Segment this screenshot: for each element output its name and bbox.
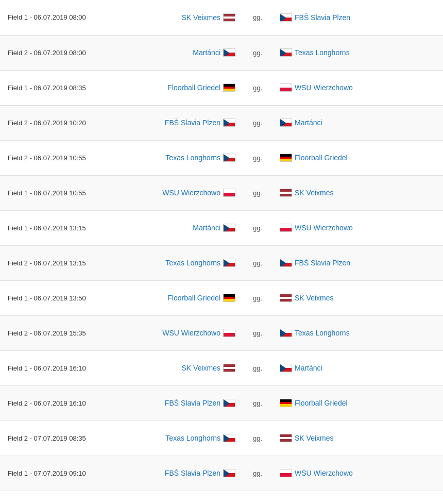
lv-flag-icon bbox=[280, 294, 292, 302]
table-row: Field 2 - 06.07.2019 10:55Texas Longhorn… bbox=[0, 140, 443, 175]
away-team-cell: Texas Longhorns bbox=[273, 315, 443, 350]
home-team-cell: SK Veixmes bbox=[108, 0, 242, 35]
away-team-cell: Martánci bbox=[273, 350, 443, 385]
vs-separator: gg. bbox=[242, 210, 273, 245]
home-team-name: Texas Longhorns bbox=[165, 259, 220, 267]
home-team-cell: Texas Longhorns bbox=[108, 245, 242, 280]
home-team-name: FBŠ Slavia Plzen bbox=[165, 119, 220, 127]
home-team-cell: WSU Wierzchowo bbox=[108, 315, 242, 350]
pl-flag-icon bbox=[223, 189, 235, 197]
vs-separator: gg. bbox=[242, 491, 273, 504]
home-team-cell: Texas Longhorns bbox=[108, 140, 242, 175]
match-field-time: Field 2 - 06.07.2019 10:55 bbox=[0, 140, 108, 175]
cz-flag-icon bbox=[223, 154, 235, 162]
vs-separator: gg. bbox=[242, 350, 273, 385]
cz-flag-icon bbox=[223, 119, 235, 127]
away-team-cell: FBŠ Slavia Plzen bbox=[273, 245, 443, 280]
table-row: Field 1 - 06.07.2019 13:50Floorball Grie… bbox=[0, 280, 443, 315]
de-flag-icon bbox=[280, 154, 292, 162]
de-flag-icon bbox=[280, 399, 292, 407]
away-team-name: WSU Wierzchowo bbox=[295, 469, 353, 477]
match-field-time: Field 2 - 06.07.2019 15:35 bbox=[0, 315, 108, 350]
away-team-cell: SK Veixmes bbox=[273, 421, 443, 456]
table-row: Field 1 - 06.07.2019 16:10SK Veixmesgg.M… bbox=[0, 350, 443, 385]
table-row: Field 2 - 07.07.2019 09:10Floorball Grie… bbox=[0, 491, 443, 504]
away-team-name: Floorball Griedel bbox=[295, 399, 348, 407]
home-team-cell: FBŠ Slavia Plzen bbox=[108, 456, 242, 491]
vs-separator: gg. bbox=[242, 35, 273, 70]
home-team-name: FBŠ Slavia Plzen bbox=[165, 399, 220, 407]
match-field-time: Field 2 - 07.07.2019 09:10 bbox=[0, 491, 108, 504]
table-row: Field 2 - 06.07.2019 13:15Texas Longhorn… bbox=[0, 245, 443, 280]
home-team-name: Texas Longhorns bbox=[165, 154, 220, 162]
home-team-name: WSU Wierzchowo bbox=[162, 329, 220, 337]
home-team-name: SK Veixmes bbox=[182, 13, 220, 22]
away-team-name: SK Veixmes bbox=[295, 294, 333, 302]
home-team-name: SK Veixmes bbox=[182, 364, 220, 372]
away-team-name: FBŠ Slavia Plzen bbox=[295, 259, 350, 267]
away-team-cell: Floorball Griedel bbox=[273, 140, 443, 175]
vs-separator: gg. bbox=[242, 280, 273, 315]
away-team-name: Floorball Griedel bbox=[295, 154, 348, 162]
away-team-cell: SK Veixmes bbox=[273, 175, 443, 210]
cz-flag-icon bbox=[280, 48, 292, 57]
table-row: Field 1 - 06.07.2019 08:35Floorball Grie… bbox=[0, 70, 443, 105]
pl-flag-icon bbox=[280, 224, 292, 232]
table-row: Field 2 - 06.07.2019 16:10FBŠ Slavia Plz… bbox=[0, 385, 443, 421]
away-team-name: SK Veixmes bbox=[295, 434, 333, 442]
away-team-cell: Texas Longhorns bbox=[273, 35, 443, 70]
away-team-cell: WSU Wierzchowo bbox=[273, 456, 443, 491]
pl-flag-icon bbox=[280, 469, 292, 477]
home-team-cell: FBŠ Slavia Plzen bbox=[108, 105, 242, 140]
away-team-name: Texas Longhorns bbox=[295, 329, 350, 337]
cz-flag-icon bbox=[280, 119, 292, 127]
vs-separator: gg. bbox=[242, 70, 273, 105]
table-row: Field 1 - 06.07.2019 08:00SK Veixmesgg.F… bbox=[0, 0, 443, 35]
away-team-name: WSU Wierzchowo bbox=[295, 224, 353, 232]
table-row: Field 2 - 06.07.2019 15:35WSU Wierzchowo… bbox=[0, 315, 443, 350]
vs-separator: gg. bbox=[242, 421, 273, 456]
cz-flag-icon bbox=[223, 469, 235, 477]
away-team-cell: FBŠ Slavia Plzen bbox=[273, 0, 443, 35]
vs-separator: gg. bbox=[242, 245, 273, 280]
cz-flag-icon bbox=[280, 364, 292, 372]
home-team-cell: Floorball Griedel bbox=[108, 280, 242, 315]
table-row: Field 2 - 06.07.2019 10:20FBŠ Slavia Plz… bbox=[0, 105, 443, 140]
away-team-cell: SK Veixmes bbox=[273, 280, 443, 315]
pl-flag-icon bbox=[280, 83, 292, 92]
home-team-cell: Martánci bbox=[108, 35, 242, 70]
lv-flag-icon bbox=[223, 364, 235, 372]
cz-flag-icon bbox=[223, 399, 235, 407]
home-team-cell: Martánci bbox=[108, 210, 242, 245]
table-row: Field 2 - 07.07.2019 08:35Texas Longhorn… bbox=[0, 421, 443, 456]
vs-separator: gg. bbox=[242, 0, 273, 35]
away-team-cell: Martánci bbox=[273, 491, 443, 504]
home-team-cell: Floorball Griedel bbox=[108, 491, 242, 504]
home-team-name: FBŠ Slavia Plzen bbox=[165, 469, 220, 477]
de-flag-icon bbox=[223, 294, 235, 302]
table-row: Field 1 - 07.07.2019 09:10FBŠ Slavia Plz… bbox=[0, 456, 443, 491]
schedule-table: Field 1 - 06.07.2019 08:00SK Veixmesgg.F… bbox=[0, 0, 443, 504]
home-team-cell: Floorball Griedel bbox=[108, 70, 242, 105]
match-field-time: Field 2 - 06.07.2019 08:00 bbox=[0, 35, 108, 70]
away-team-cell: WSU Wierzchowo bbox=[273, 70, 443, 105]
away-team-name: FBŠ Slavia Plzen bbox=[295, 13, 350, 22]
lv-flag-icon bbox=[223, 13, 235, 22]
match-field-time: Field 2 - 06.07.2019 16:10 bbox=[0, 385, 108, 421]
match-field-time: Field 1 - 06.07.2019 16:10 bbox=[0, 350, 108, 385]
away-team-name: Texas Longhorns bbox=[295, 48, 350, 57]
cz-flag-icon bbox=[223, 224, 235, 232]
home-team-name: WSU Wierzchowo bbox=[162, 189, 220, 197]
cz-flag-icon bbox=[223, 259, 235, 267]
match-field-time: Field 1 - 06.07.2019 08:00 bbox=[0, 0, 108, 35]
match-field-time: Field 1 - 06.07.2019 13:15 bbox=[0, 210, 108, 245]
vs-separator: gg. bbox=[242, 105, 273, 140]
away-team-name: Martánci bbox=[295, 364, 322, 372]
match-field-time: Field 2 - 06.07.2019 10:20 bbox=[0, 105, 108, 140]
home-team-name: Texas Longhorns bbox=[165, 434, 220, 442]
vs-separator: gg. bbox=[242, 456, 273, 491]
home-team-name: Martánci bbox=[193, 224, 220, 232]
home-team-name: Martánci bbox=[193, 48, 220, 57]
match-field-time: Field 1 - 07.07.2019 09:10 bbox=[0, 456, 108, 491]
table-row: Field 1 - 06.07.2019 13:15Martáncigg.WSU… bbox=[0, 210, 443, 245]
